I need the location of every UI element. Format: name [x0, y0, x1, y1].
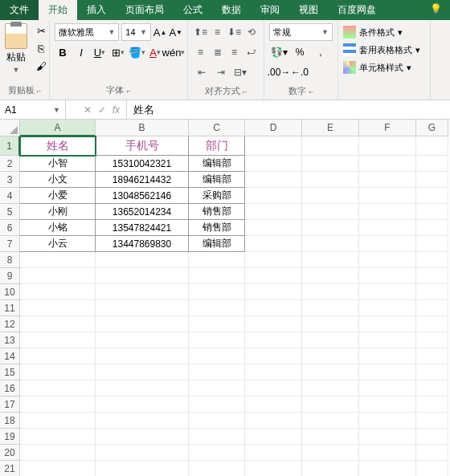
italic-button[interactable]: I [73, 43, 89, 61]
cell-E16[interactable] [302, 380, 359, 397]
cell-G13[interactable] [416, 332, 448, 348]
tab-view[interactable]: 视图 [289, 0, 328, 20]
cell-B13[interactable] [96, 332, 189, 348]
cell-C7[interactable]: 编辑部 [189, 236, 245, 252]
cell-B16[interactable] [96, 380, 189, 397]
cell-B3[interactable]: 18946214432 [96, 172, 189, 188]
wrap-text-icon[interactable]: ⮐ [243, 43, 259, 61]
bold-button[interactable]: B [55, 43, 71, 61]
cell-E12[interactable] [302, 316, 359, 332]
fill-color-button[interactable]: 🪣▾ [129, 43, 145, 61]
cell-A8[interactable] [20, 252, 96, 268]
increase-decimal-icon[interactable]: .00→ [269, 63, 288, 81]
cell-A5[interactable]: 小刚 [20, 204, 96, 220]
cell-F11[interactable] [359, 300, 416, 316]
cell-E19[interactable] [302, 429, 359, 445]
cell-E8[interactable] [302, 252, 359, 268]
cell-G18[interactable] [416, 413, 448, 429]
increase-indent-icon[interactable]: ⇥ [212, 63, 230, 81]
row-header-6[interactable]: 6 [0, 220, 20, 236]
cell-F1[interactable] [359, 136, 416, 156]
decrease-decimal-icon[interactable]: ←.0 [290, 63, 309, 81]
tab-baidu[interactable]: 百度网盘 [328, 0, 386, 20]
cell-B20[interactable] [96, 445, 189, 461]
cell-G3[interactable] [416, 172, 448, 188]
cell-F8[interactable] [359, 252, 416, 268]
currency-icon[interactable]: 💱▾ [269, 43, 288, 61]
cell-G20[interactable] [416, 445, 448, 461]
col-header-E[interactable]: E [302, 120, 359, 136]
dialog-launcher-icon[interactable]: ⌐ [243, 87, 247, 96]
cell-C13[interactable] [189, 332, 245, 348]
percent-icon[interactable]: % [290, 43, 309, 61]
cell-G4[interactable] [416, 188, 448, 204]
cell-F15[interactable] [359, 364, 416, 380]
cell-C4[interactable]: 采购部 [189, 188, 245, 204]
cell-A17[interactable] [20, 397, 96, 413]
row-header-7[interactable]: 7 [0, 236, 20, 252]
cell-D14[interactable] [245, 348, 302, 364]
paste-button[interactable]: 粘贴 ▼ [5, 23, 27, 74]
cell-A9[interactable] [20, 268, 96, 284]
cell-F2[interactable] [359, 156, 416, 172]
cell-E20[interactable] [302, 445, 359, 461]
cell-B2[interactable]: 15310042321 [96, 156, 189, 172]
cell-B12[interactable] [96, 316, 189, 332]
align-right-icon[interactable]: ≡ [227, 43, 242, 61]
font-size-select[interactable]: 14▼ [121, 23, 150, 41]
cell-F12[interactable] [359, 316, 416, 332]
col-header-D[interactable]: D [245, 120, 302, 136]
cell-G5[interactable] [416, 204, 448, 220]
cell-F5[interactable] [359, 204, 416, 220]
tab-insert[interactable]: 插入 [77, 0, 116, 20]
cell-E3[interactable] [302, 172, 359, 188]
cell-A14[interactable] [20, 348, 96, 364]
cell-F6[interactable] [359, 220, 416, 236]
align-top-icon[interactable]: ⬆≡ [193, 23, 208, 41]
tab-review[interactable]: 审阅 [251, 0, 289, 20]
cell-B19[interactable] [96, 429, 189, 445]
help-icon[interactable]: 💡 [422, 0, 450, 20]
cancel-icon[interactable]: ✕ [84, 104, 92, 116]
cell-A19[interactable] [20, 429, 96, 445]
cell-B6[interactable]: 13547824421 [96, 220, 189, 236]
cell-D6[interactable] [245, 220, 302, 236]
cell-F17[interactable] [359, 397, 416, 413]
dialog-launcher-icon[interactable]: ⌐ [126, 87, 130, 95]
cell-grid[interactable]: 姓名手机号部门小智15310042321编辑部小文18946214432编辑部小… [20, 136, 448, 476]
cell-A2[interactable]: 小智 [20, 156, 96, 172]
cell-C20[interactable] [189, 445, 245, 461]
conditional-format-button[interactable]: 条件格式▾ [343, 23, 425, 41]
increase-font-icon[interactable]: A▲ [153, 23, 167, 41]
tab-page-layout[interactable]: 页面布局 [116, 0, 174, 20]
name-box[interactable]: A1▼ [0, 100, 66, 119]
row-header-18[interactable]: 18 [0, 413, 20, 429]
cell-B17[interactable] [96, 397, 189, 413]
fx-icon[interactable]: fx [112, 104, 120, 116]
cell-C17[interactable] [189, 397, 245, 413]
cell-C16[interactable] [189, 380, 245, 397]
cut-icon[interactable]: ✂ [34, 23, 48, 38]
row-header-3[interactable]: 3 [0, 172, 20, 188]
cell-E7[interactable] [302, 236, 359, 252]
cell-A18[interactable] [20, 413, 96, 429]
decrease-indent-icon[interactable]: ⇤ [193, 63, 211, 81]
cell-G10[interactable] [416, 284, 448, 300]
cell-F9[interactable] [359, 268, 416, 284]
cell-D19[interactable] [245, 429, 302, 445]
row-header-10[interactable]: 10 [0, 284, 20, 300]
copy-icon[interactable]: ⎘ [34, 41, 48, 55]
cell-G19[interactable] [416, 429, 448, 445]
dialog-launcher-icon[interactable]: ⌐ [37, 87, 41, 95]
cell-D11[interactable] [245, 300, 302, 316]
cell-G11[interactable] [416, 300, 448, 316]
cell-E10[interactable] [302, 284, 359, 300]
number-format-select[interactable]: 常规▼ [269, 23, 333, 41]
cell-F18[interactable] [359, 413, 416, 429]
border-button[interactable]: ⊞▾ [110, 43, 126, 61]
cell-D4[interactable] [245, 188, 302, 204]
cell-C19[interactable] [189, 429, 245, 445]
font-color-button[interactable]: A▾ [147, 43, 163, 61]
col-header-C[interactable]: C [189, 120, 245, 136]
cell-C15[interactable] [189, 364, 245, 380]
